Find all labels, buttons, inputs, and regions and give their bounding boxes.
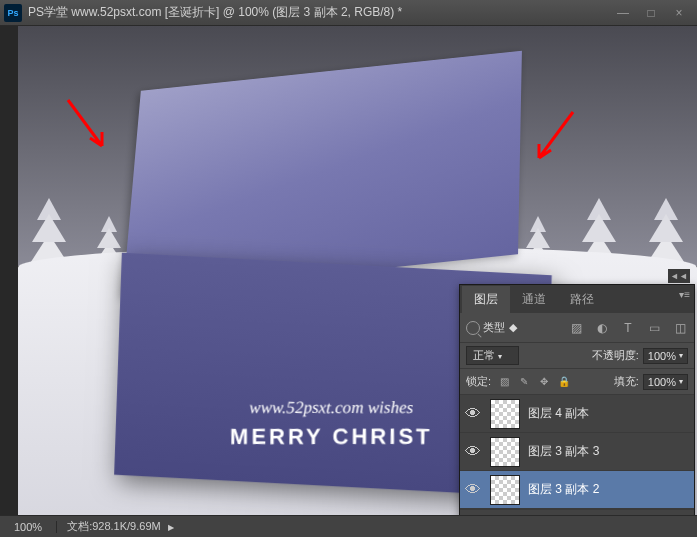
panel-collapse-icon[interactable]: ◄◄ (668, 269, 690, 283)
layers-panel: ◄◄ 图层 通道 路径 ▾≡ 类型◆ ▨ ◐ T ▭ ◫ 正常 ▾ 不透明度: … (459, 284, 695, 537)
layer-thumbnail[interactable] (490, 399, 520, 429)
fill-input[interactable]: 100%▾ (643, 374, 688, 390)
visibility-icon[interactable]: 👁 (464, 405, 482, 423)
lock-all-icon[interactable]: 🔒 (557, 375, 571, 389)
layer-filter-row: 类型◆ ▨ ◐ T ▭ ◫ (460, 313, 694, 343)
lock-position-icon[interactable]: ✥ (537, 375, 551, 389)
layer-thumbnail[interactable] (490, 475, 520, 505)
lock-label: 锁定: (466, 374, 491, 389)
titlebar: Ps PS学堂 www.52psxt.com [圣诞折卡] @ 100% (图层… (0, 0, 697, 26)
maximize-button[interactable]: □ (637, 3, 665, 23)
app-logo: Ps (4, 4, 22, 22)
close-button[interactable]: × (665, 3, 693, 23)
layer-list: 👁 图层 4 副本 👁 图层 3 副本 3 👁 图层 3 副本 2 (460, 395, 694, 509)
layer-name: 图层 3 副本 2 (528, 481, 599, 498)
opacity-input[interactable]: 100%▾ (643, 348, 688, 364)
statusbar: 100% 文档:928.1K/9.69M ▶ (0, 515, 697, 537)
panel-tabs: 图层 通道 路径 ▾≡ (460, 285, 694, 313)
filter-type-select[interactable]: 类型◆ (466, 320, 517, 335)
filter-adjust-icon[interactable]: ◐ (594, 320, 610, 336)
annotation-arrow (529, 108, 579, 168)
visibility-icon[interactable]: 👁 (464, 481, 482, 499)
search-icon (466, 321, 480, 335)
zoom-level[interactable]: 100% (0, 521, 57, 533)
opacity-label: 不透明度: (592, 348, 639, 363)
fill-label: 填充: (614, 374, 639, 389)
tab-paths[interactable]: 路径 (558, 286, 606, 313)
layer-thumbnail[interactable] (490, 437, 520, 467)
lock-row: 锁定: ▨ ✎ ✥ 🔒 填充: 100%▾ (460, 369, 694, 395)
filter-pixel-icon[interactable]: ▨ (568, 320, 584, 336)
annotation-arrow (62, 96, 112, 156)
layer-row[interactable]: 👁 图层 4 副本 (460, 395, 694, 433)
layer-name: 图层 3 副本 3 (528, 443, 599, 460)
layer-name: 图层 4 副本 (528, 405, 589, 422)
window-title: PS学堂 www.52psxt.com [圣诞折卡] @ 100% (图层 3 … (28, 4, 609, 21)
filter-smart-icon[interactable]: ◫ (672, 320, 688, 336)
blend-mode-select[interactable]: 正常 ▾ (466, 346, 519, 365)
lock-transparent-icon[interactable]: ▨ (497, 375, 511, 389)
visibility-icon[interactable]: 👁 (464, 443, 482, 461)
panel-menu-icon[interactable]: ▾≡ (679, 289, 690, 300)
doc-size[interactable]: 文档:928.1K/9.69M ▶ (57, 519, 184, 534)
filter-shape-icon[interactable]: ▭ (646, 320, 662, 336)
layer-row[interactable]: 👁 图层 3 副本 2 (460, 471, 694, 509)
layer-row[interactable]: 👁 图层 3 副本 3 (460, 433, 694, 471)
tab-channels[interactable]: 通道 (510, 286, 558, 313)
minimize-button[interactable]: — (609, 3, 637, 23)
blend-row: 正常 ▾ 不透明度: 100%▾ (460, 343, 694, 369)
lock-pixels-icon[interactable]: ✎ (517, 375, 531, 389)
filter-text-icon[interactable]: T (620, 320, 636, 336)
caret-right-icon[interactable]: ▶ (168, 523, 174, 532)
tab-layers[interactable]: 图层 (462, 286, 510, 313)
